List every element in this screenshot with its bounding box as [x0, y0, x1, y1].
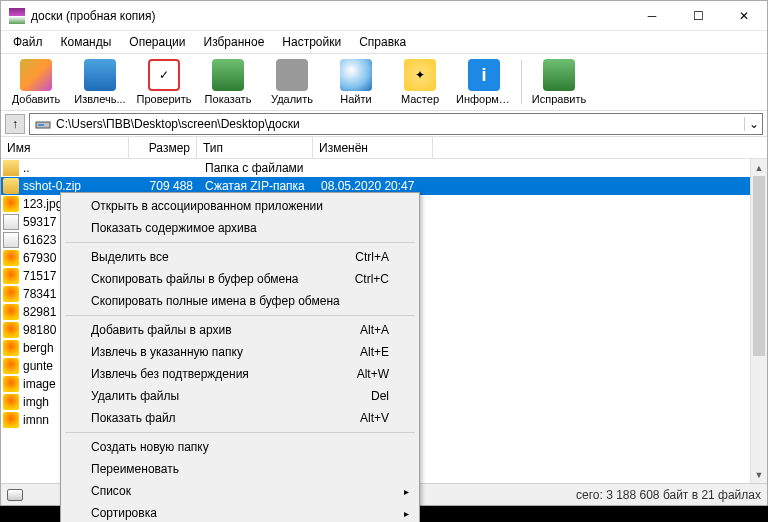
- context-item-label: Скопировать файлы в буфер обмена: [91, 272, 298, 286]
- image-file-icon: [3, 250, 19, 266]
- image-file-icon: [3, 322, 19, 338]
- context-shortcut: Ctrl+A: [355, 250, 389, 264]
- context-item-label: Создать новую папку: [91, 440, 209, 454]
- column-header-row: Имя Размер Тип Изменён: [1, 137, 767, 159]
- context-item[interactable]: Извлечь в указанную папкуAlt+E: [63, 341, 417, 363]
- zip-icon: [3, 178, 19, 194]
- menu-help[interactable]: Справка: [351, 33, 414, 51]
- context-separator: [65, 242, 415, 243]
- menu-favorites[interactable]: Избранное: [196, 33, 273, 51]
- image-file-icon: [3, 394, 19, 410]
- image-file-icon: [3, 286, 19, 302]
- delete-icon: [276, 59, 308, 91]
- context-item[interactable]: Скопировать файлы в буфер обменаCtrl+C: [63, 268, 417, 290]
- toolbar: Добавить Извлечь... ✓Проверить Показать …: [1, 53, 767, 111]
- col-name[interactable]: Имя: [1, 137, 129, 158]
- status-icon: [7, 489, 23, 501]
- image-file-icon: [3, 232, 19, 248]
- context-separator: [65, 432, 415, 433]
- find-icon: [340, 59, 372, 91]
- address-input[interactable]: [56, 115, 744, 133]
- context-shortcut: Alt+A: [360, 323, 389, 337]
- context-item[interactable]: Показать содержимое архива: [63, 217, 417, 239]
- address-bar[interactable]: ⌄: [29, 113, 763, 135]
- info-button[interactable]: iИнформация: [455, 55, 513, 109]
- image-file-icon: [3, 412, 19, 428]
- context-item-label: Скопировать полные имена в буфер обмена: [91, 294, 340, 308]
- view-icon: [212, 59, 244, 91]
- context-item-label: Открыть в ассоциированном приложении: [91, 199, 323, 213]
- context-item-label: Сортировка: [91, 506, 157, 520]
- test-icon: ✓: [148, 59, 180, 91]
- image-file-icon: [3, 376, 19, 392]
- up-button[interactable]: ↑: [5, 114, 25, 134]
- context-shortcut: Alt+V: [360, 411, 389, 425]
- context-item[interactable]: Сортировка: [63, 502, 417, 522]
- context-item-label: Извлечь без подтверждения: [91, 367, 249, 381]
- image-file-icon: [3, 268, 19, 284]
- status-text: сего: 3 188 608 байт в 21 файлах: [576, 488, 761, 502]
- context-item-label: Извлечь в указанную папку: [91, 345, 243, 359]
- context-shortcut: Del: [371, 389, 389, 403]
- context-shortcut: Alt+W: [357, 367, 389, 381]
- address-dropdown[interactable]: ⌄: [744, 117, 762, 131]
- context-item-label: Выделить все: [91, 250, 169, 264]
- context-menu: Открыть в ассоциированном приложенииПока…: [60, 192, 420, 522]
- menu-operations[interactable]: Операции: [121, 33, 193, 51]
- extract-button[interactable]: Извлечь...: [71, 55, 129, 109]
- menu-commands[interactable]: Команды: [53, 33, 120, 51]
- titlebar: доски (пробная копия) ─ ☐ ✕: [1, 1, 767, 31]
- context-item[interactable]: Открыть в ассоциированном приложении: [63, 195, 417, 217]
- context-item[interactable]: Список: [63, 480, 417, 502]
- app-icon: [9, 8, 25, 24]
- context-shortcut: Ctrl+C: [355, 272, 389, 286]
- context-item-label: Список: [91, 484, 131, 498]
- add-icon: [20, 59, 52, 91]
- context-item[interactable]: Переименовать: [63, 458, 417, 480]
- context-item-label: Показать файл: [91, 411, 176, 425]
- image-file-icon: [3, 340, 19, 356]
- col-modified[interactable]: Изменён: [313, 137, 433, 158]
- menu-options[interactable]: Настройки: [274, 33, 349, 51]
- maximize-button[interactable]: ☐: [675, 1, 721, 31]
- window-title: доски (пробная копия): [31, 9, 629, 23]
- image-file-icon: [3, 304, 19, 320]
- parent-folder-row[interactable]: .. Папка с файлами: [1, 159, 767, 177]
- find-button[interactable]: Найти: [327, 55, 385, 109]
- context-item[interactable]: Выделить всеCtrl+A: [63, 246, 417, 268]
- vertical-scrollbar[interactable]: ▲ ▼: [750, 159, 767, 483]
- delete-button[interactable]: Удалить: [263, 55, 321, 109]
- scroll-up-icon[interactable]: ▲: [751, 159, 767, 176]
- context-item-label: Показать содержимое архива: [91, 221, 257, 235]
- add-button[interactable]: Добавить: [7, 55, 65, 109]
- context-item-label: Удалить файлы: [91, 389, 179, 403]
- toolbar-separator: [521, 60, 522, 104]
- col-size[interactable]: Размер: [129, 137, 197, 158]
- drive-icon: [34, 115, 52, 133]
- close-button[interactable]: ✕: [721, 1, 767, 31]
- context-item[interactable]: Удалить файлыDel: [63, 385, 417, 407]
- menu-file[interactable]: Файл: [5, 33, 51, 51]
- context-item[interactable]: Показать файлAlt+V: [63, 407, 417, 429]
- context-separator: [65, 315, 415, 316]
- col-type[interactable]: Тип: [197, 137, 313, 158]
- info-icon: i: [468, 59, 500, 91]
- context-item[interactable]: Добавить файлы в архивAlt+A: [63, 319, 417, 341]
- minimize-button[interactable]: ─: [629, 1, 675, 31]
- context-item-label: Добавить файлы в архив: [91, 323, 232, 337]
- wizard-button[interactable]: ✦Мастер: [391, 55, 449, 109]
- test-button[interactable]: ✓Проверить: [135, 55, 193, 109]
- svg-rect-1: [38, 124, 44, 126]
- context-item[interactable]: Создать новую папку: [63, 436, 417, 458]
- menubar: Файл Команды Операции Избранное Настройк…: [1, 31, 767, 53]
- context-item[interactable]: Извлечь без подтвержденияAlt+W: [63, 363, 417, 385]
- context-item[interactable]: Скопировать полные имена в буфер обмена: [63, 290, 417, 312]
- repair-button[interactable]: Исправить: [530, 55, 588, 109]
- scroll-down-icon[interactable]: ▼: [751, 466, 767, 483]
- wizard-icon: ✦: [404, 59, 436, 91]
- scroll-thumb[interactable]: [753, 176, 765, 356]
- view-button[interactable]: Показать: [199, 55, 257, 109]
- image-file-icon: [3, 214, 19, 230]
- image-file-icon: [3, 358, 19, 374]
- context-shortcut: Alt+E: [360, 345, 389, 359]
